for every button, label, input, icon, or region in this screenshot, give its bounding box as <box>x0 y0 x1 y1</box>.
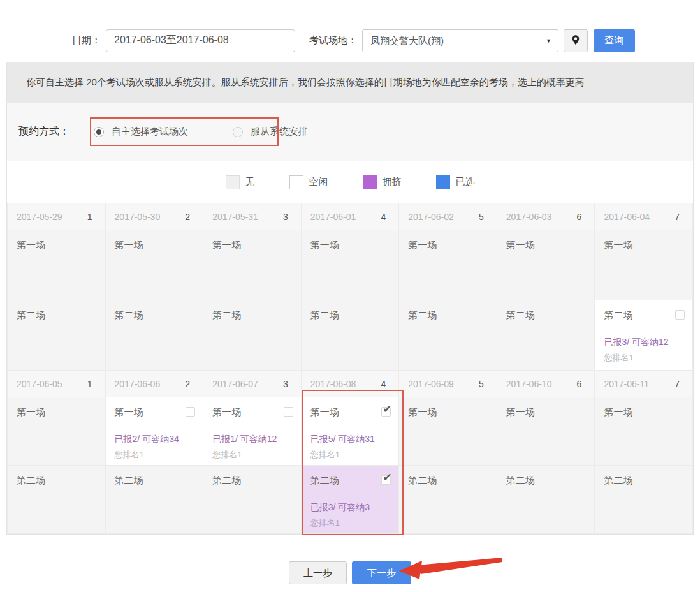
session-cell[interactable]: 第一场 <box>105 230 203 300</box>
session-cell[interactable]: 第一场 <box>399 397 497 466</box>
session-cell[interactable]: 第二场 <box>399 466 497 534</box>
session-cell-selected[interactable]: 第一场 已报5/ 可容纳31 您排名1 <box>301 397 399 466</box>
day-date: 2017-06-07 <box>212 379 258 389</box>
day-number: 5 <box>479 379 484 389</box>
radio-option-self-select[interactable]: 自主选择考试场次 <box>94 126 188 138</box>
rank-text: 您排名1 <box>212 449 293 461</box>
session-label: 第一场 <box>310 239 339 251</box>
session-cell[interactable]: 第二场 <box>497 300 595 371</box>
date-label: 日期： <box>72 34 101 47</box>
session-cell[interactable]: 第一场 <box>595 230 693 300</box>
checkbox-unchecked-icon[interactable] <box>186 407 195 417</box>
day-header: 2017-06-047 <box>595 204 693 230</box>
session-label: 第二场 <box>604 309 632 322</box>
radio-selected-icon[interactable] <box>94 127 104 137</box>
session-cell[interactable]: 第二场 <box>595 466 693 534</box>
legend-swatch-free <box>289 175 303 189</box>
session-label: 第一场 <box>506 406 535 418</box>
day-date: 2017-06-11 <box>604 379 649 389</box>
day-date: 2017-05-30 <box>115 212 161 222</box>
booked-count: 已报2/ 可容纳34 <box>115 434 196 445</box>
day-date: 2017-06-04 <box>604 212 650 222</box>
legend-swatch-crowded <box>363 175 377 189</box>
session-cell[interactable]: 第二场 <box>105 466 203 534</box>
session-cell[interactable]: 第二场 <box>203 466 302 534</box>
session-label: 第二场 <box>604 475 632 487</box>
session-cell[interactable]: 第二场 <box>301 300 399 371</box>
radio-option-label: 自主选择考试场次 <box>112 126 188 138</box>
session-cell[interactable]: 第一场 <box>8 230 106 300</box>
session-cell[interactable]: 第一场 <box>497 230 595 300</box>
search-button[interactable]: 查询 <box>594 29 635 52</box>
session-label: 第二场 <box>115 475 143 487</box>
exam-booking-page: { "filter": { "date_label": "日期：", "date… <box>0 0 700 592</box>
day-header: 2017-05-302 <box>105 204 203 230</box>
session-label: 第一场 <box>604 406 632 418</box>
session-cell-selected-crowded[interactable]: 第二场 已报3/ 可容纳3 您排名1 <box>301 466 399 534</box>
day-date: 2017-06-08 <box>310 379 356 389</box>
legend-swatch-selected <box>436 175 450 189</box>
session-label: 第一场 <box>115 239 143 251</box>
day-number: 3 <box>283 379 288 389</box>
session-cell[interactable]: 第一场 <box>8 397 106 466</box>
session-cell[interactable]: 第二场 <box>497 466 595 534</box>
booked-count: 已报1/ 可容纳12 <box>212 434 293 445</box>
day-number: 7 <box>674 379 680 389</box>
week1-session2-row: 第二场 第二场 第二场 第二场 第二场 第二场 第二场 已报3/ 可容纳12 您… <box>8 300 693 371</box>
session-label: 第一场 <box>212 406 241 418</box>
session-label: 第一场 <box>310 406 339 418</box>
day-date: 2017-06-03 <box>506 212 552 222</box>
day-header: 2017-06-036 <box>497 204 595 230</box>
checkbox-unchecked-icon[interactable] <box>284 407 293 417</box>
day-header: 2017-06-117 <box>595 371 693 397</box>
session-cell[interactable]: 第一场 <box>399 230 497 300</box>
booking-method-row: 预约方式： 自主选择考试场次 服从系统安排 <box>7 103 693 161</box>
checkbox-unchecked-icon[interactable] <box>675 310 685 320</box>
week1-header-row: 2017-05-291 2017-05-302 2017-05-313 2017… <box>8 204 693 230</box>
radio-unselected-icon[interactable] <box>233 127 243 137</box>
day-header: 2017-06-084 <box>301 371 399 397</box>
session-cell[interactable]: 第一场 <box>203 230 302 300</box>
date-range-input[interactable] <box>106 29 295 52</box>
notice-bar: 你可自主选择 20个考试场次或服从系统安排。服从系统安排后，我们会按照你选择的日… <box>7 62 693 103</box>
day-date: 2017-06-06 <box>115 379 161 389</box>
session-cell[interactable]: 第二场 <box>399 300 497 371</box>
session-label: 第二场 <box>17 475 45 487</box>
footer-buttons: 上一步 下一步 <box>0 561 700 584</box>
day-date: 2017-06-02 <box>408 212 454 222</box>
week2-header-row: 2017-06-051 2017-06-062 2017-06-073 2017… <box>8 371 693 397</box>
next-step-button[interactable]: 下一步 <box>352 561 411 584</box>
session-cell[interactable]: 第一场 已报2/ 可容纳34 您排名1 <box>105 397 203 466</box>
legend-item-none: 无 <box>226 175 255 189</box>
prev-step-button[interactable]: 上一步 <box>289 561 347 584</box>
legend-item-crowded: 拥挤 <box>363 175 402 189</box>
day-number: 4 <box>381 379 386 389</box>
filter-bar: 日期： 考试场地： 凤翔交警大队(翔) ▼ 查询 <box>0 0 700 62</box>
session-cell[interactable]: 第一场 <box>497 397 595 466</box>
legend-label: 已选 <box>456 176 475 188</box>
day-header: 2017-06-014 <box>301 204 399 230</box>
map-location-button[interactable] <box>564 29 588 52</box>
session-cell[interactable]: 第一场 已报1/ 可容纳12 您排名1 <box>203 397 302 466</box>
session-cell[interactable]: 第一场 <box>595 397 693 466</box>
session-label: 第一场 <box>17 239 45 251</box>
session-cell[interactable]: 第二场 <box>8 300 106 371</box>
checkbox-checked-icon[interactable] <box>381 475 391 485</box>
session-cell[interactable]: 第二场 <box>8 466 106 534</box>
radio-option-label: 服从系统安排 <box>251 126 308 138</box>
day-header: 2017-06-106 <box>497 371 595 397</box>
session-label: 第二场 <box>212 309 241 322</box>
session-cell[interactable]: 第二场 已报3/ 可容纳12 您排名1 <box>595 300 693 371</box>
location-pin-icon <box>571 35 580 47</box>
session-cell[interactable]: 第二场 <box>203 300 302 371</box>
session-cell[interactable]: 第二场 <box>105 300 203 371</box>
checkbox-checked-icon[interactable] <box>381 407 391 417</box>
session-cell[interactable]: 第一场 <box>301 230 399 300</box>
session-label: 第二场 <box>212 475 241 487</box>
day-date: 2017-05-31 <box>212 212 258 222</box>
day-number: 6 <box>577 212 582 222</box>
venue-select[interactable]: 凤翔交警大队(翔) ▼ <box>362 29 558 52</box>
venue-label: 考试场地： <box>309 34 357 47</box>
session-label: 第二场 <box>115 309 143 322</box>
radio-option-system-assign[interactable]: 服从系统安排 <box>233 126 308 138</box>
